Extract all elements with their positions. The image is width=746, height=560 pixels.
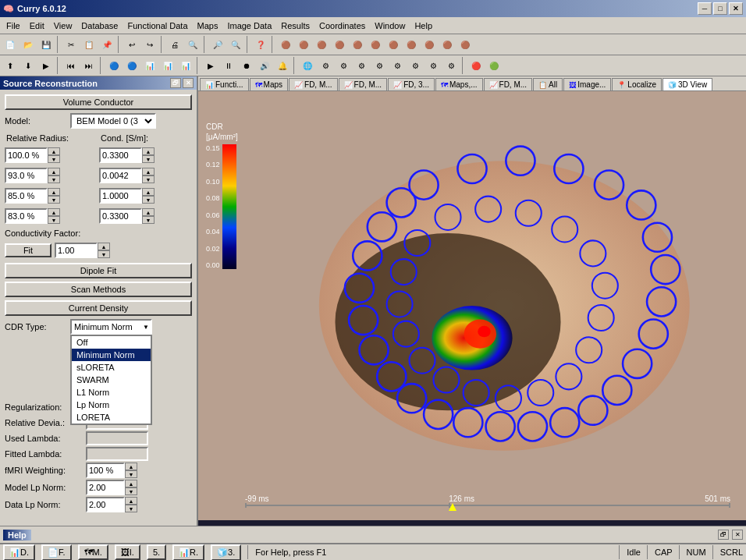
fmri-up[interactable]: ▲ — [125, 463, 137, 470]
tb-redo[interactable]: ↪ — [141, 36, 158, 53]
cond-0-down[interactable]: ▼ — [142, 155, 155, 163]
menu-view[interactable]: View — [49, 19, 77, 32]
tb-save[interactable]: 💾 — [37, 36, 55, 53]
tab-fd-m-1[interactable]: 📈FD, M... — [289, 78, 338, 90]
cdr-option-sloreta[interactable]: sLORETA — [72, 361, 151, 374]
panel-close-button[interactable]: ✕ — [183, 78, 194, 88]
tb2-icon12[interactable]: ⏸ — [220, 57, 237, 74]
scan-methods-button[interactable]: Scan Methods — [5, 282, 192, 297]
radius-3-up[interactable]: ▲ — [48, 208, 60, 216]
tab-fd-m-2[interactable]: 📈FD, M... — [339, 78, 388, 90]
cdr-option-minimum-norm[interactable]: Minimum Norm — [72, 349, 151, 361]
task-m[interactable]: 🗺M. — [78, 544, 108, 560]
tb2-icon26[interactable]: 🟢 — [485, 57, 503, 74]
tab-all[interactable]: 📋All — [533, 78, 563, 90]
cdr-option-lp-norm[interactable]: Lp Norm — [72, 399, 151, 411]
cond-1-up[interactable]: ▲ — [142, 168, 155, 175]
tb-icon4[interactable]: 🟤 — [331, 36, 348, 53]
cond-3-down[interactable]: ▼ — [142, 216, 155, 224]
tb-undo[interactable]: ↩ — [123, 36, 140, 53]
tb-help[interactable]: ❓ — [252, 36, 269, 53]
tab-maps[interactable]: 🗺Maps — [250, 78, 288, 90]
tb-icon5[interactable]: 🟤 — [349, 36, 366, 53]
tb-icon11[interactable]: 🟤 — [456, 36, 474, 53]
radius-3-down[interactable]: ▼ — [48, 216, 60, 224]
fit-down[interactable]: ▼ — [98, 250, 110, 258]
tb2-icon20[interactable]: ⚙ — [371, 57, 388, 74]
tab-maps-2[interactable]: 🗺Maps,... — [435, 78, 483, 90]
menu-coordinates[interactable]: Coordinates — [314, 19, 370, 32]
tab-functi[interactable]: 📊Functi... — [200, 78, 249, 90]
cdr-option-swarm[interactable]: SWARM — [72, 374, 151, 386]
tb-cut[interactable]: ✂ — [62, 36, 80, 53]
task-f[interactable]: 📄F. — [41, 544, 72, 561]
tb-icon8[interactable]: 🟤 — [403, 36, 420, 53]
tb2-icon10[interactable]: 📊 — [177, 57, 194, 74]
fit-button[interactable]: Fit — [5, 243, 52, 257]
model-lp-down[interactable]: ▼ — [125, 487, 137, 495]
data-lp-input[interactable] — [86, 497, 125, 512]
tb2-icon4[interactable]: ⏮ — [62, 57, 80, 74]
current-density-button[interactable]: Current Density — [5, 300, 192, 316]
volume-conductor-button[interactable]: Volume Conductor — [5, 94, 192, 110]
used-lambda-input[interactable] — [86, 431, 148, 445]
radius-0-down[interactable]: ▼ — [48, 155, 60, 163]
tb2-icon24[interactable]: ⚙ — [442, 57, 460, 74]
tb2-icon18[interactable]: ⚙ — [335, 57, 352, 74]
maximize-button[interactable]: □ — [713, 2, 727, 15]
radius-0-up[interactable]: ▲ — [48, 147, 60, 155]
task-d[interactable]: 📊D. — [3, 544, 35, 561]
tb-new[interactable]: 📄 — [2, 36, 19, 53]
menu-image-data[interactable]: Image Data — [222, 19, 276, 32]
tab-localize[interactable]: 📍Localize — [612, 78, 662, 90]
menu-maps[interactable]: Maps — [193, 19, 223, 32]
tb2-icon23[interactable]: ⚙ — [425, 57, 442, 74]
tb-zoom-in[interactable]: 🔎 — [209, 36, 226, 53]
tb-icon6[interactable]: 🟤 — [367, 36, 384, 53]
tb2-icon25[interactable]: 🔴 — [467, 57, 485, 74]
fmri-input[interactable] — [86, 463, 125, 478]
task-i[interactable]: 🖼I. — [115, 544, 140, 560]
model-lp-input[interactable] — [86, 480, 125, 495]
radius-1-input[interactable] — [5, 168, 48, 183]
tab-image[interactable]: 🖼Image... — [563, 78, 611, 90]
radius-0-input[interactable] — [5, 147, 48, 163]
minimize-button[interactable]: ─ — [698, 2, 712, 15]
tb2-icon21[interactable]: ⚙ — [389, 57, 406, 74]
tb-copy[interactable]: 📋 — [80, 36, 98, 53]
tb2-icon6[interactable]: 🔵 — [105, 57, 123, 74]
fit-up[interactable]: ▲ — [98, 243, 110, 250]
tb-find[interactable]: 🔍 — [184, 36, 201, 53]
menu-functional-data[interactable]: Functional Data — [123, 19, 192, 32]
menu-results[interactable]: Results — [276, 19, 314, 32]
data-lp-up[interactable]: ▲ — [125, 497, 137, 505]
task-r[interactable]: 📊R. — [172, 544, 204, 561]
tb-zoom-out[interactable]: 🔍 — [227, 36, 244, 53]
fitted-lambda-input[interactable] — [86, 447, 148, 461]
tb2-icon17[interactable]: ⚙ — [317, 57, 334, 74]
radius-2-down[interactable]: ▼ — [48, 196, 60, 204]
tb2-icon19[interactable]: ⚙ — [353, 57, 370, 74]
close-button[interactable]: ✕ — [729, 2, 743, 15]
tb-icon2[interactable]: 🟤 — [295, 36, 312, 53]
tb2-icon15[interactable]: 🔔 — [274, 57, 291, 74]
cond-2-input[interactable] — [99, 188, 142, 204]
panel-restore-button[interactable]: 🗗 — [170, 78, 181, 88]
fmri-down[interactable]: ▼ — [125, 470, 137, 478]
cond-2-up[interactable]: ▲ — [142, 188, 155, 196]
radius-1-down[interactable]: ▼ — [48, 175, 60, 183]
model-lp-up[interactable]: ▲ — [125, 480, 137, 487]
cond-0-up[interactable]: ▲ — [142, 147, 155, 155]
task-5[interactable]: 5. — [147, 544, 166, 560]
tb-open[interactable]: 📂 — [20, 36, 37, 53]
radius-1-up[interactable]: ▲ — [48, 168, 60, 175]
fit-value-input[interactable] — [55, 243, 98, 258]
tab-fd-m-3[interactable]: 📈FD, M... — [484, 78, 533, 90]
tb2-icon2[interactable]: ⬇ — [20, 57, 37, 74]
tb2-icon22[interactable]: ⚙ — [407, 57, 424, 74]
dipole-fit-button[interactable]: Dipole Fit — [5, 263, 192, 278]
task-3[interactable]: 🧊3. — [211, 544, 241, 561]
tb2-icon16[interactable]: 🌐 — [299, 57, 316, 74]
help-restore-button[interactable]: 🗗 — [718, 530, 729, 540]
tb2-icon5[interactable]: ⏭ — [80, 57, 98, 74]
